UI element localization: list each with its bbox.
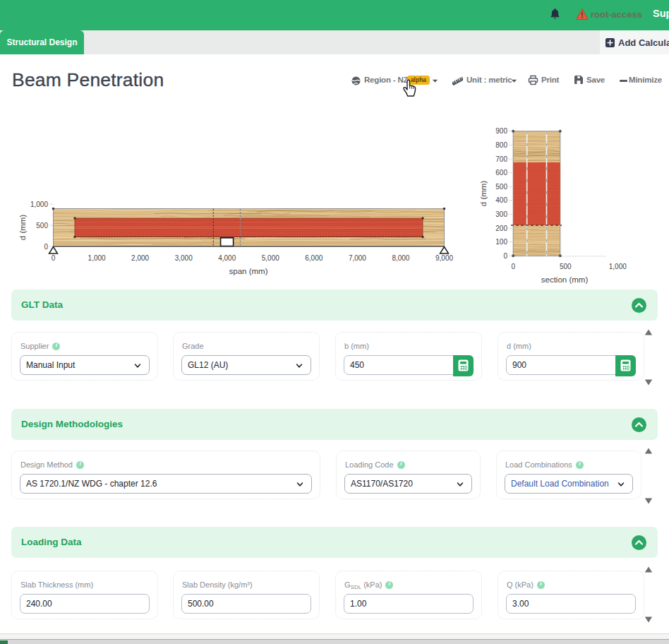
svg-text:8,000: 8,000 <box>392 254 409 262</box>
svg-text:600: 600 <box>495 169 507 177</box>
svg-text:1,000: 1,000 <box>88 254 106 262</box>
svg-text:0: 0 <box>44 243 48 251</box>
svg-text:900: 900 <box>495 127 507 135</box>
svg-text:3,000: 3,000 <box>175 254 193 262</box>
svg-text:700: 700 <box>495 155 507 163</box>
svg-text:100: 100 <box>495 238 507 246</box>
svg-text:span (mm): span (mm) <box>229 267 268 275</box>
svg-text:section (mm): section (mm) <box>541 275 589 284</box>
svg-text:1,000: 1,000 <box>609 263 627 270</box>
svg-text:2,000: 2,000 <box>131 254 149 262</box>
svg-text:800: 800 <box>495 141 507 149</box>
svg-text:7,000: 7,000 <box>349 254 366 262</box>
svg-text:300: 300 <box>495 210 507 218</box>
svg-text:0: 0 <box>503 252 507 260</box>
svg-text:200: 200 <box>495 225 507 232</box>
svg-text:d (mm): d (mm) <box>18 215 27 241</box>
svg-text:d (mm): d (mm) <box>479 181 488 207</box>
svg-text:0: 0 <box>52 254 56 262</box>
svg-text:0: 0 <box>512 263 516 270</box>
svg-text:500: 500 <box>495 183 507 191</box>
svg-text:1,000: 1,000 <box>30 201 48 208</box>
svg-text:500: 500 <box>36 222 48 229</box>
svg-text:500: 500 <box>560 263 572 270</box>
svg-text:4,000: 4,000 <box>218 254 236 262</box>
svg-text:6,000: 6,000 <box>305 254 323 262</box>
svg-text:5,000: 5,000 <box>262 254 279 262</box>
svg-text:9,000: 9,000 <box>435 254 453 262</box>
svg-text:400: 400 <box>495 196 507 204</box>
